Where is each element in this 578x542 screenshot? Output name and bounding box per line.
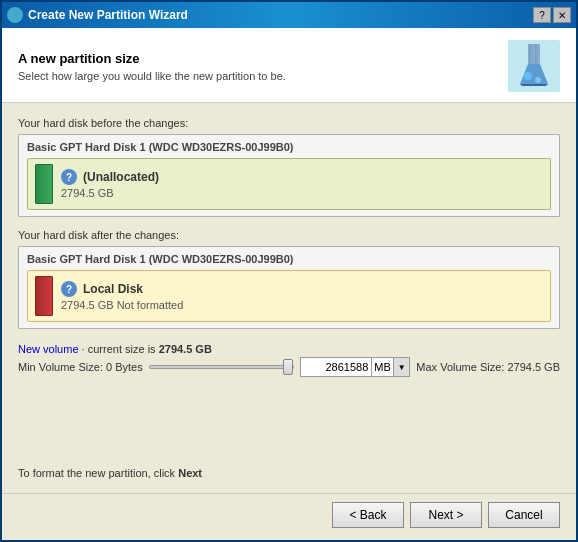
after-item-size: 2794.5 GB Not formatted	[61, 299, 183, 311]
size-input-group: MB GB ▼	[300, 357, 410, 377]
current-size-text: · current size is 2794.5 GB	[82, 343, 212, 355]
max-label: Max Volume Size: 2794.5 GB	[416, 361, 560, 373]
back-button[interactable]: < Back	[332, 502, 404, 528]
wizard-icon	[508, 40, 560, 92]
before-item-size: 2794.5 GB	[61, 187, 159, 199]
footer-hint: To format the new partition, click Next	[18, 461, 560, 479]
close-button[interactable]: ✕	[553, 7, 571, 23]
slider-thumb[interactable]	[283, 359, 293, 375]
new-volume-link[interactable]: New volume	[18, 343, 79, 355]
window-title: Create New Partition Wizard	[28, 8, 533, 22]
before-label: Your hard disk before the changes:	[18, 117, 560, 129]
title-bar: Create New Partition Wizard ? ✕	[2, 2, 576, 28]
before-disk-box: Basic GPT Hard Disk 1 (WDC WD30EZRS-00J9…	[18, 134, 560, 217]
after-disk-box: Basic GPT Hard Disk 1 (WDC WD30EZRS-00J9…	[18, 246, 560, 329]
wizard-window: Create New Partition Wizard ? ✕ A new pa…	[0, 0, 578, 542]
title-bar-buttons: ? ✕	[533, 7, 571, 23]
after-disk-icon	[35, 276, 53, 316]
header-subtitle: Select how large you would like the new …	[18, 70, 508, 82]
after-section: Your hard disk after the changes: Basic …	[18, 229, 560, 329]
help-button[interactable]: ?	[533, 7, 551, 23]
before-disk-name-row: ? (Unallocated)	[61, 169, 159, 185]
after-question-icon: ?	[61, 281, 77, 297]
volume-info: New volume · current size is 2794.5 GB	[18, 343, 560, 355]
slider-track[interactable]	[149, 365, 295, 369]
window-icon	[7, 7, 23, 23]
cancel-button[interactable]: Cancel	[488, 502, 560, 528]
volume-section: New volume · current size is 2794.5 GB M…	[18, 341, 560, 377]
slider-row: Min Volume Size: 0 Bytes MB GB ▼ Max Vol…	[18, 357, 560, 377]
after-disk-name-row: ? Local Disk	[61, 281, 183, 297]
svg-marker-3	[520, 84, 548, 86]
content-area: A new partition size Select how large yo…	[2, 28, 576, 540]
unit-dropdown-arrow[interactable]: ▼	[394, 357, 410, 377]
min-label: Min Volume Size: 0 Bytes	[18, 361, 143, 373]
before-disk-info: ? (Unallocated) 2794.5 GB	[61, 169, 159, 199]
next-button[interactable]: Next >	[410, 502, 482, 528]
svg-point-4	[524, 72, 532, 80]
before-disk-icon	[35, 164, 53, 204]
current-size-value: 2794.5 GB	[159, 343, 212, 355]
after-disk-title: Basic GPT Hard Disk 1 (WDC WD30EZRS-00J9…	[27, 253, 551, 265]
after-disk-item: ? Local Disk 2794.5 GB Not formatted	[27, 270, 551, 322]
after-disk-info: ? Local Disk 2794.5 GB Not formatted	[61, 281, 183, 311]
after-item-name: Local Disk	[83, 282, 143, 296]
header-text: A new partition size Select how large yo…	[18, 51, 508, 82]
after-label: Your hard disk after the changes:	[18, 229, 560, 241]
footer-hint-next: Next	[178, 467, 202, 479]
before-disk-title: Basic GPT Hard Disk 1 (WDC WD30EZRS-00J9…	[27, 141, 551, 153]
size-input[interactable]	[300, 357, 372, 377]
button-row: < Back Next > Cancel	[2, 493, 576, 540]
svg-point-5	[535, 77, 541, 83]
before-disk-item: ? (Unallocated) 2794.5 GB	[27, 158, 551, 210]
before-item-name: (Unallocated)	[83, 170, 159, 184]
header-section: A new partition size Select how large yo…	[2, 28, 576, 103]
unit-select[interactable]: MB GB	[372, 357, 394, 377]
before-section: Your hard disk before the changes: Basic…	[18, 117, 560, 217]
main-content: Your hard disk before the changes: Basic…	[2, 103, 576, 493]
before-question-icon: ?	[61, 169, 77, 185]
header-title: A new partition size	[18, 51, 508, 66]
